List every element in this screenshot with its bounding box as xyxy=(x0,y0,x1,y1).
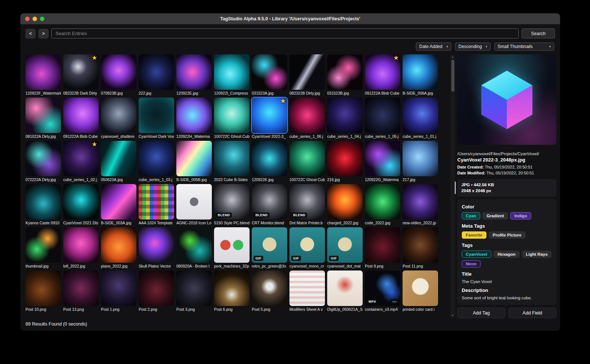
grid-item[interactable]: DigItUp_050621A_S xyxy=(327,271,363,312)
thumbnail[interactable] xyxy=(139,184,174,220)
back-button[interactable]: < xyxy=(26,29,35,38)
thumbnail[interactable] xyxy=(252,141,287,176)
grid-item[interactable]: charged_2022.jpg xyxy=(327,184,363,225)
grid-item[interactable]: 120922H_Waterma xyxy=(176,98,212,139)
grid-item[interactable]: BLENDCRT Monitor.blend xyxy=(252,184,287,225)
thumbnail[interactable] xyxy=(63,227,99,263)
panel-scrollbar-thumb[interactable] xyxy=(455,181,456,194)
sort-field-dropdown[interactable]: Date Added ▾ xyxy=(416,42,451,51)
thumbnail[interactable] xyxy=(139,98,174,133)
grid-item[interactable]: cube_series_1_05.j xyxy=(365,98,400,139)
grid-item[interactable]: BLENDDot Matrix Printer.b xyxy=(289,184,325,225)
thumbnail[interactable] xyxy=(26,54,61,90)
thumbnail[interactable] xyxy=(176,227,212,263)
grid-item[interactable]: cube_series_1_01.j xyxy=(403,98,438,139)
thumbnail[interactable] xyxy=(327,98,363,133)
tag-pill[interactable]: Cyan xyxy=(462,212,480,220)
thumbnail[interactable] xyxy=(139,141,174,176)
grid-item[interactable]: AGNC-2018 Icon Lo xyxy=(176,184,212,225)
grid-item[interactable]: B-SIDE_006A.jpg xyxy=(403,54,438,95)
grid-item[interactable]: 120922G_Waterma xyxy=(365,141,400,182)
thumbnail[interactable] xyxy=(403,98,438,133)
thumbnail[interactable] xyxy=(101,98,136,133)
thumbnail[interactable] xyxy=(63,98,99,133)
grid-item[interactable]: Post 10.png xyxy=(26,271,61,312)
thumbnail[interactable] xyxy=(289,98,325,133)
grid-item[interactable]: cyanvoxel_shattere xyxy=(101,98,136,139)
grid-item[interactable]: Skull Plates Vector xyxy=(139,227,174,268)
grid-item[interactable]: 050623A.jpg xyxy=(101,141,136,182)
grid-item[interactable]: ★082322B Dark Dirty xyxy=(63,54,99,95)
grid-item[interactable]: cube_series_1_03.j xyxy=(139,141,174,182)
grid-item[interactable]: 100722C Ghost Cub xyxy=(214,98,250,139)
grid-item[interactable]: piano_2022.jpg xyxy=(101,227,136,268)
thumbnail[interactable] xyxy=(63,184,99,220)
thumbnail[interactable] xyxy=(365,227,400,263)
grid-item[interactable]: 080920A - Broken I xyxy=(176,227,212,268)
grid-item[interactable]: new-oldies_2022.jp xyxy=(403,184,438,225)
grid-item[interactable]: GIFretro_pc_green@3x xyxy=(252,227,287,268)
grid-item[interactable]: GIFcyanvoxel_dot_mat xyxy=(327,227,363,268)
thumbnail[interactable]: MP4-:-- xyxy=(365,271,400,306)
search-button[interactable]: Search xyxy=(522,28,555,38)
grid-item[interactable]: 081022A Dirty.jpg xyxy=(26,98,61,139)
grid-item[interactable]: AAA 1024 Template xyxy=(139,184,174,225)
grid-item[interactable]: 120922F_Watermark xyxy=(26,54,61,95)
preview-image[interactable] xyxy=(457,54,556,145)
add-tag-button[interactable]: Add Tag xyxy=(457,307,505,318)
grid-item[interactable]: B-SIDE_003A.jpg xyxy=(101,184,136,225)
thumbnail[interactable] xyxy=(26,271,61,306)
grid-item[interactable]: 217.jpg xyxy=(403,141,438,182)
grid-item[interactable]: Post 11.png xyxy=(403,227,438,268)
thumbnail[interactable] xyxy=(403,227,438,263)
thumbnail[interactable] xyxy=(139,54,174,90)
grid-item[interactable]: CyanVoxel Dark Vox xyxy=(139,98,174,139)
thumbnail[interactable]: BLEND xyxy=(214,184,250,220)
grid-item[interactable]: 031523A.jpg xyxy=(252,54,287,95)
grid-item[interactable]: 072222A Dirty.jpg xyxy=(26,141,61,182)
grid-item[interactable]: BLEND5150 Style PC.blend xyxy=(214,184,250,225)
grid-item[interactable]: printed color card i xyxy=(403,271,438,312)
thumbnail[interactable]: ★ xyxy=(63,54,99,90)
thumbnail-size-dropdown[interactable]: Small Thumbnails ▾ xyxy=(494,42,554,51)
thumbnail[interactable] xyxy=(214,141,250,176)
thumbnail[interactable] xyxy=(101,141,136,176)
grid-item[interactable]: 100722C Ghost Cub xyxy=(289,141,325,182)
thumbnail[interactable] xyxy=(289,271,325,306)
thumbnail[interactable]: BLEND xyxy=(252,184,287,220)
thumbnail[interactable] xyxy=(327,54,363,90)
grid-item[interactable]: 091222A Blob Cube xyxy=(63,98,99,139)
tag-pill[interactable]: Hexagon xyxy=(494,251,520,258)
thumbnail[interactable] xyxy=(252,271,287,306)
grid-item[interactable]: 120922I_Compress xyxy=(214,54,250,95)
tag-pill[interactable]: Gradient xyxy=(482,212,508,220)
grid-item[interactable]: code_2022.jpg xyxy=(365,184,400,225)
zoom-window-button[interactable] xyxy=(40,17,44,21)
thumbnail[interactable] xyxy=(176,184,212,220)
tag-pill[interactable]: Profile Picture xyxy=(489,231,526,239)
thumbnail[interactable] xyxy=(365,184,400,220)
thumbnail[interactable]: GIF xyxy=(252,227,287,263)
thumbnail[interactable] xyxy=(327,141,363,176)
thumbnail[interactable] xyxy=(176,271,212,306)
forward-button[interactable]: > xyxy=(38,29,48,38)
thumbnail[interactable]: GIF xyxy=(289,227,325,263)
thumbnail[interactable] xyxy=(214,271,250,306)
grid-item[interactable]: 070823B.jpg xyxy=(101,54,136,95)
grid-item[interactable]: ★091222A Blob Cube xyxy=(365,54,400,95)
grid-item[interactable]: MP4-:--containers_v3.mp4 xyxy=(365,271,400,312)
tag-pill[interactable]: Indigo xyxy=(510,212,531,220)
grid-item[interactable]: CyanVoxel 2021 Dis xyxy=(63,184,99,225)
thumbnail[interactable] xyxy=(214,227,250,263)
thumbnail[interactable] xyxy=(176,141,212,176)
tag-pill[interactable]: Neon xyxy=(462,260,481,268)
grid-item[interactable]: 120922E.jpg xyxy=(176,54,212,95)
thumbnail[interactable] xyxy=(403,54,438,90)
thumbnail[interactable] xyxy=(26,184,61,220)
grid-item[interactable]: 082322B Dirty.jpg xyxy=(289,54,325,95)
grid-item[interactable]: ★cube_series_1_02.j xyxy=(63,141,99,182)
minimize-window-button[interactable] xyxy=(33,17,37,21)
thumbnail[interactable]: BLEND xyxy=(289,184,325,220)
thumbnail[interactable]: ★ xyxy=(63,141,99,176)
grid-item[interactable]: ★CyanVoxel 2022-3_ xyxy=(252,98,287,139)
